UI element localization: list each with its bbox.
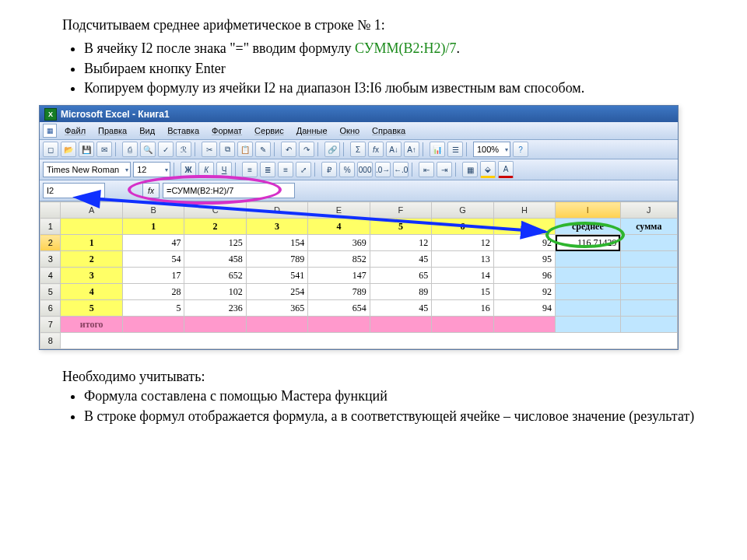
- new-icon[interactable]: ◻: [43, 142, 58, 157]
- menu-edit[interactable]: Правка: [93, 125, 132, 136]
- toolbar-standard: ◻ 📂 💾 ✉ ⎙ 🔍 ✓ ℛ ✂ ⧉ 📋 ✎ ↶ ↷ 🔗 Σ fx A↓ A↑…: [40, 140, 678, 159]
- intro-text: Подсчитываем среднее арифметическое в ст…: [62, 16, 700, 34]
- excel-icon: X: [44, 108, 57, 121]
- menu-data[interactable]: Данные: [292, 125, 332, 136]
- col-headers: A B C D E F G H I J: [40, 202, 678, 219]
- row-1: 1 1 2 3 4 5 6 7 среднее сумма: [40, 219, 678, 235]
- save-icon[interactable]: 💾: [79, 142, 94, 157]
- borders-icon[interactable]: ▦: [462, 162, 478, 177]
- worksheet[interactable]: A B C D E F G H I J 1 1 2 3 4 5 6 7: [40, 201, 678, 349]
- cell-I2[interactable]: 116,71429: [556, 235, 621, 251]
- font-combo[interactable]: Times New Roman: [43, 162, 131, 177]
- cut-icon[interactable]: ✂: [202, 142, 217, 157]
- help-icon[interactable]: ?: [513, 142, 528, 157]
- open-icon[interactable]: 📂: [61, 142, 76, 157]
- preview-icon[interactable]: 🔍: [140, 142, 156, 157]
- menu-window[interactable]: Окно: [335, 125, 365, 136]
- menu-insert[interactable]: Вставка: [163, 125, 204, 136]
- chart-icon[interactable]: 📊: [430, 142, 445, 157]
- menu-tools[interactable]: Сервис: [250, 125, 289, 136]
- row-5: 5 4 28102254789891592: [40, 284, 678, 300]
- titlebar: X Microsoft Excel - Книга1: [40, 106, 678, 122]
- align-right-icon[interactable]: ≡: [278, 162, 293, 177]
- indent-inc-icon[interactable]: ⇥: [437, 162, 452, 177]
- sort-asc-icon[interactable]: A↓: [386, 142, 402, 157]
- spell-icon[interactable]: ✓: [158, 142, 174, 157]
- row-7: 7 итого: [40, 317, 678, 333]
- notes-title: Необходимо учитывать:: [62, 367, 700, 386]
- link-icon[interactable]: 🔗: [324, 142, 340, 157]
- mail-icon[interactable]: ✉: [96, 142, 112, 157]
- col-B[interactable]: B: [122, 202, 184, 219]
- workbook-icon: ▦: [43, 124, 57, 138]
- col-F[interactable]: F: [370, 202, 431, 219]
- col-C[interactable]: C: [184, 202, 246, 219]
- menu-help[interactable]: Справка: [367, 125, 410, 136]
- col-D[interactable]: D: [246, 202, 307, 219]
- menu-file[interactable]: Файл: [60, 125, 90, 136]
- bullet-3: Копируем формулу из ячейки I2 на диапазо…: [84, 79, 700, 97]
- research-icon[interactable]: ℛ: [176, 142, 191, 157]
- menubar: ▦ Файл Правка Вид Вставка Формат Сервис …: [40, 122, 678, 140]
- formula-bar: I2 fx =СУММ(B2:H2)/7: [40, 180, 678, 201]
- zoom-combo[interactable]: 100%: [473, 142, 510, 157]
- bold-icon[interactable]: Ж: [181, 162, 196, 177]
- bullet-2: Выбираем кнопку Enter: [84, 59, 700, 78]
- font-color-icon[interactable]: A: [498, 161, 514, 178]
- col-H[interactable]: H: [493, 202, 555, 219]
- dec-dec-icon[interactable]: ←.0: [393, 162, 409, 177]
- percent-icon[interactable]: %: [339, 162, 355, 177]
- fx-button[interactable]: fx: [142, 183, 160, 198]
- size-combo[interactable]: 12: [133, 162, 170, 177]
- menu-view[interactable]: Вид: [135, 125, 160, 136]
- inc-dec-icon[interactable]: .0→: [375, 162, 391, 177]
- italic-icon[interactable]: К: [198, 162, 214, 177]
- note-2: В строке формул отображается формула, а …: [84, 407, 700, 425]
- row-8: 8: [40, 333, 678, 349]
- corner[interactable]: [40, 202, 61, 219]
- row-3: 3 2 54458789852451395: [40, 251, 678, 268]
- paste-icon[interactable]: 📋: [237, 142, 253, 157]
- fill-color-icon[interactable]: ⬙: [480, 161, 496, 178]
- print-icon[interactable]: ⎙: [122, 142, 138, 157]
- currency-icon[interactable]: ₽: [321, 162, 337, 177]
- merge-icon[interactable]: ⤢: [296, 162, 311, 177]
- name-box[interactable]: I2: [43, 183, 105, 198]
- col-G[interactable]: G: [432, 202, 493, 219]
- row-6: 6 5 5236365654451694: [40, 300, 678, 317]
- align-left-icon[interactable]: ≡: [242, 162, 258, 177]
- window-title: Microsoft Excel - Книга1: [61, 109, 170, 120]
- col-I[interactable]: I: [556, 202, 621, 219]
- align-center-icon[interactable]: ≣: [260, 162, 275, 177]
- sort-desc-icon[interactable]: A↑: [404, 142, 419, 157]
- top-bullets: В ячейку I2 после знака "=" вводим форму…: [62, 39, 700, 97]
- comma-icon[interactable]: 000: [357, 162, 373, 177]
- toolbar-formatting: Times New Roman 12 Ж К Ч ≡ ≣ ≡ ⤢ ₽ % 000…: [40, 159, 678, 180]
- formula-input[interactable]: =СУММ(B2:H2)/7: [163, 183, 295, 198]
- rowhead-2[interactable]: 2: [40, 235, 61, 251]
- drawing-icon[interactable]: ☰: [447, 142, 463, 157]
- notes-section: Необходимо учитывать: Формула составлена…: [62, 367, 700, 425]
- note-1: Формула составлена с помощью Мастера фун…: [84, 387, 700, 405]
- row-2: 2 1 47 125 154 369 12 12 92 116,71429: [40, 235, 678, 251]
- row-4: 4 3 17652541147651496: [40, 268, 678, 284]
- col-A[interactable]: A: [61, 202, 122, 219]
- rowhead-1[interactable]: 1: [40, 219, 61, 235]
- fx-icon[interactable]: fx: [368, 142, 384, 157]
- underline-icon[interactable]: Ч: [216, 162, 232, 177]
- excel-window: X Microsoft Excel - Книга1 ▦ Файл Правка…: [39, 105, 679, 350]
- redo-icon[interactable]: ↷: [299, 142, 314, 157]
- format-painter-icon[interactable]: ✎: [255, 142, 271, 157]
- col-E[interactable]: E: [308, 202, 370, 219]
- sum-icon[interactable]: Σ: [350, 142, 366, 157]
- bullet-1: В ячейку I2 после знака "=" вводим форму…: [84, 39, 700, 58]
- indent-dec-icon[interactable]: ⇤: [419, 162, 434, 177]
- undo-icon[interactable]: ↶: [281, 142, 296, 157]
- menu-format[interactable]: Формат: [207, 125, 247, 136]
- col-J[interactable]: J: [620, 202, 677, 219]
- copy-icon[interactable]: ⧉: [219, 142, 235, 157]
